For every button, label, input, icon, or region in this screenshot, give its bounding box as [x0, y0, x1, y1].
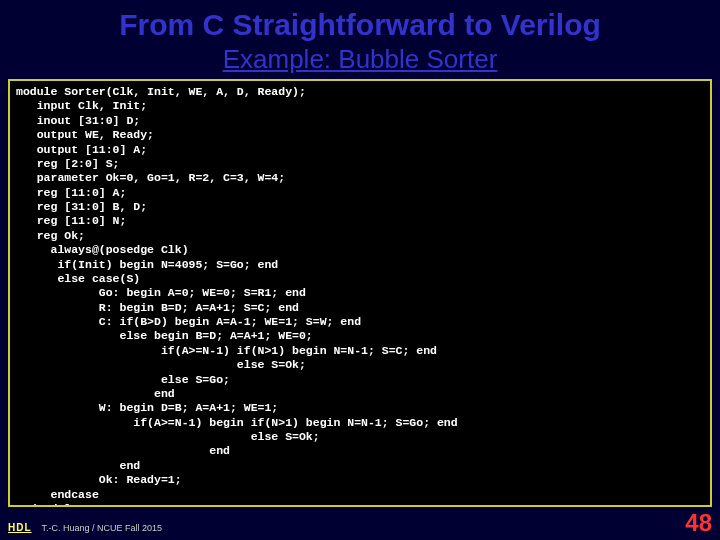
slide-subtitle: Example: Bubble Sorter	[0, 44, 720, 75]
page-number: 48	[685, 509, 712, 537]
slide-title: From C Straightforward to Verilog	[0, 8, 720, 42]
slide-title-block: From C Straightforward to Verilog Exampl…	[0, 0, 720, 75]
course-tag: HDL	[8, 522, 32, 533]
verilog-code: module Sorter(Clk, Init, WE, A, D, Ready…	[16, 85, 704, 507]
code-container: module Sorter(Clk, Init, WE, A, D, Ready…	[8, 79, 712, 507]
footer-left: HDL T.-C. Huang / NCUE Fall 2015	[8, 522, 162, 533]
slide-footer: HDL T.-C. Huang / NCUE Fall 2015 48	[8, 509, 712, 537]
footer-author: T.-C. Huang / NCUE Fall 2015	[42, 523, 163, 533]
